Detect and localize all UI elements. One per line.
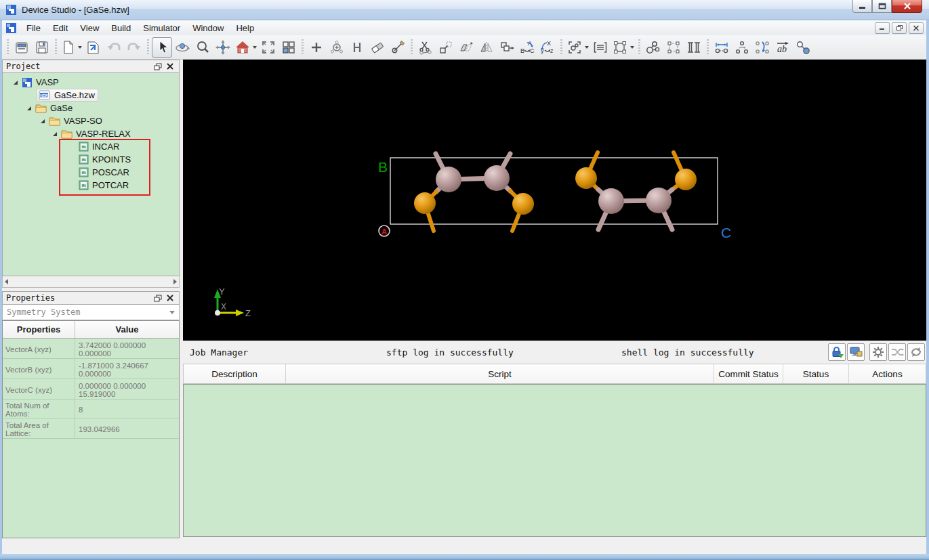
toolbar-grip[interactable]: [302, 39, 304, 56]
swap-lattice-bc-button[interactable]: ABC: [517, 37, 537, 58]
break-bond-button[interactable]: [415, 37, 436, 58]
mdi-restore-button[interactable]: [892, 22, 907, 34]
swap-axis-xz-button[interactable]: Xyz: [537, 37, 558, 58]
measure-distance-icon: [714, 39, 730, 56]
close-panel-button[interactable]: [165, 62, 176, 72]
redefine-lattice-button[interactable]: [497, 37, 517, 58]
undo-button[interactable]: [104, 37, 124, 58]
add-atom-icon: [308, 39, 325, 56]
vector-label-ab-button[interactable]: ab: [772, 37, 793, 58]
show-cell-atoms-button[interactable]: [663, 37, 684, 58]
close-button[interactable]: [892, 0, 922, 13]
reset-view-home-button[interactable]: [233, 37, 258, 58]
axis-label-a: A: [381, 228, 387, 236]
menu-help[interactable]: Help: [230, 22, 260, 35]
measure-angle-button[interactable]: [732, 37, 752, 58]
new-file-icon: [61, 39, 76, 56]
atom-ga[interactable]: [646, 188, 672, 213]
tree-item-vasp-so[interactable]: VASP-SO: [3, 114, 179, 127]
project-horizontal-scrollbar[interactable]: [2, 276, 180, 288]
save-button[interactable]: [32, 37, 52, 58]
toolbar-grip[interactable]: [560, 39, 562, 56]
show-molecule-button[interactable]: [643, 37, 663, 58]
pan-view-button[interactable]: [213, 37, 233, 58]
expander-icon[interactable]: [12, 79, 19, 85]
settings-button[interactable]: [869, 343, 887, 361]
tree-item-gase[interactable]: GaSe: [3, 102, 179, 114]
expander-icon[interactable]: [39, 118, 46, 124]
menu-window[interactable]: Window: [186, 22, 230, 35]
atom-ga[interactable]: [598, 188, 624, 214]
toolbar-grip[interactable]: [7, 39, 9, 56]
export-structure-button[interactable]: [83, 37, 104, 58]
select-cursor-button[interactable]: [152, 37, 172, 58]
fit-view-button[interactable]: [258, 37, 278, 58]
atom-se[interactable]: [512, 193, 534, 215]
align-structure-button[interactable]: [590, 37, 611, 58]
mdi-close-button[interactable]: [909, 22, 924, 34]
menu-build[interactable]: Build: [105, 22, 137, 35]
close-panel-button[interactable]: [165, 293, 176, 303]
minimize-button[interactable]: [852, 0, 872, 13]
structure-viewport[interactable]: B C A Y Z X: [183, 60, 926, 341]
toolbar-grip[interactable]: [411, 39, 413, 56]
home-dropdown-icon[interactable]: [253, 46, 257, 49]
draw-bond-button[interactable]: [388, 37, 408, 58]
build-supercell-button[interactable]: [436, 37, 456, 58]
scroll-left-icon[interactable]: [5, 279, 8, 284]
add-fragment-button[interactable]: [327, 37, 347, 58]
expander-icon[interactable]: [51, 131, 58, 137]
cell-frame-dropdown-icon[interactable]: [630, 46, 634, 49]
rotate-view-button[interactable]: [172, 37, 192, 58]
pan-view-icon: [215, 39, 231, 56]
menu-simulator[interactable]: Simulator: [137, 22, 186, 35]
bond-probe-button[interactable]: [793, 37, 813, 58]
mdi-minimize-button[interactable]: [875, 22, 890, 34]
job-transfer-button[interactable]: [888, 343, 906, 361]
toolbar-grip[interactable]: [707, 39, 709, 56]
toolbar-grip[interactable]: [638, 39, 640, 56]
show-lattice-button[interactable]: [684, 37, 704, 58]
refresh-button[interactable]: [907, 343, 925, 361]
expander-icon[interactable]: [26, 105, 33, 111]
mdi-restore-icon: [896, 24, 903, 31]
mirror-structure-button[interactable]: [476, 37, 497, 58]
tree-item-gase-hzw[interactable]: HZW GaSe.hzw: [3, 89, 179, 102]
svg-text:HZW: HZW: [40, 93, 48, 98]
atom-se[interactable]: [414, 192, 436, 214]
toolbar-grip[interactable]: [147, 39, 149, 56]
sftp-connect-button[interactable]: [828, 343, 846, 361]
atom-se[interactable]: [675, 169, 697, 190]
maximize-button[interactable]: [872, 0, 892, 13]
open-project-button[interactable]: [12, 37, 32, 58]
tile-windows-button[interactable]: [278, 37, 299, 58]
tree-item-label: VASP: [36, 77, 59, 87]
atom-ga[interactable]: [436, 167, 461, 192]
remote-shell-button[interactable]: [847, 343, 865, 361]
property-value: 3.742000 0.000000 0.000000: [75, 339, 179, 358]
atom-ga[interactable]: [484, 165, 510, 191]
new-file-dropdown-icon[interactable]: [78, 46, 82, 49]
select-element-button[interactable]: [565, 37, 590, 58]
measure-dihedral-button[interactable]: [752, 37, 772, 58]
zoom-view-button[interactable]: [192, 37, 213, 58]
add-atom-button[interactable]: [306, 37, 327, 58]
redo-button[interactable]: [124, 37, 144, 58]
edit-cell-frame-button[interactable]: [611, 37, 636, 58]
atom-se[interactable]: [575, 167, 597, 189]
float-panel-button[interactable]: [152, 62, 163, 72]
build-slab-button[interactable]: [456, 37, 476, 58]
float-panel-button[interactable]: [152, 293, 163, 303]
measure-distance-button[interactable]: [711, 37, 732, 58]
tree-item-vasp[interactable]: VASP: [3, 76, 179, 89]
symmetry-system-dropdown[interactable]: Symmetry System: [2, 305, 180, 320]
select-element-dropdown-icon[interactable]: [585, 46, 589, 49]
menu-file[interactable]: File: [20, 22, 47, 35]
new-file-button[interactable]: [60, 37, 83, 58]
erase-button[interactable]: [367, 37, 388, 58]
toolbar-grip[interactable]: [55, 39, 57, 56]
menu-view[interactable]: View: [74, 22, 105, 35]
add-hydrogen-button[interactable]: [347, 37, 367, 58]
menu-edit[interactable]: Edit: [47, 22, 74, 35]
scroll-right-icon[interactable]: [173, 279, 177, 284]
